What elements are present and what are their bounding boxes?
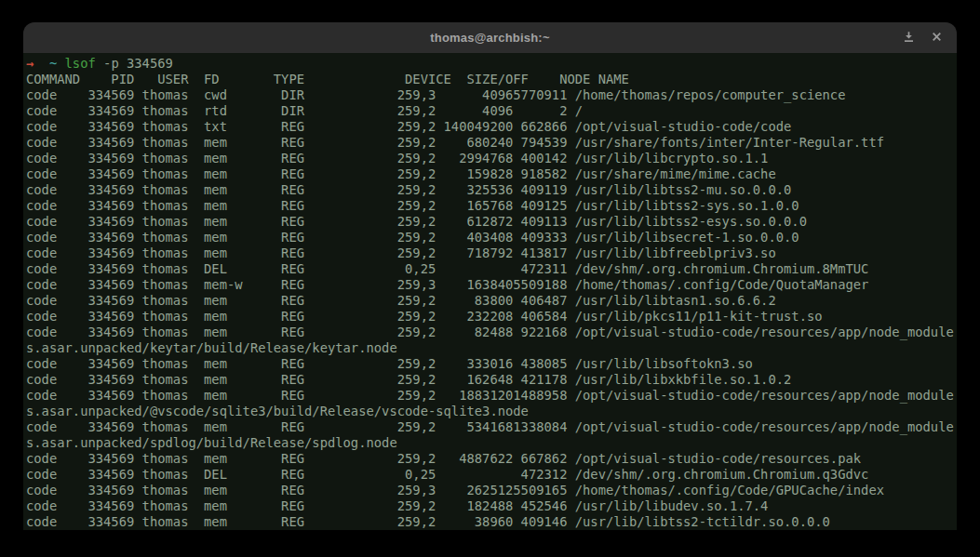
download-icon — [903, 31, 915, 46]
close-button[interactable] — [930, 32, 943, 45]
terminal-text: → ~ lsof -p 334569 COMMAND PID USER FD T… — [26, 56, 957, 530]
download-button[interactable] — [902, 32, 915, 45]
window-controls — [902, 32, 957, 45]
terminal-window: thomas@archbish:~ → ~ — [23, 22, 957, 530]
titlebar[interactable]: thomas@archbish:~ — [23, 22, 957, 53]
lsof-output: COMMAND PID USER FD TYPE DEVICE SIZE/OFF… — [26, 72, 954, 529]
close-icon — [932, 31, 942, 45]
prompt-args: -p 334569 — [96, 56, 173, 71]
terminal-content[interactable]: → ~ lsof -p 334569 COMMAND PID USER FD T… — [23, 53, 957, 530]
window-title: thomas@archbish:~ — [23, 31, 957, 45]
prompt-cwd: ~ — [34, 56, 57, 71]
prompt-command: lsof — [57, 56, 96, 71]
